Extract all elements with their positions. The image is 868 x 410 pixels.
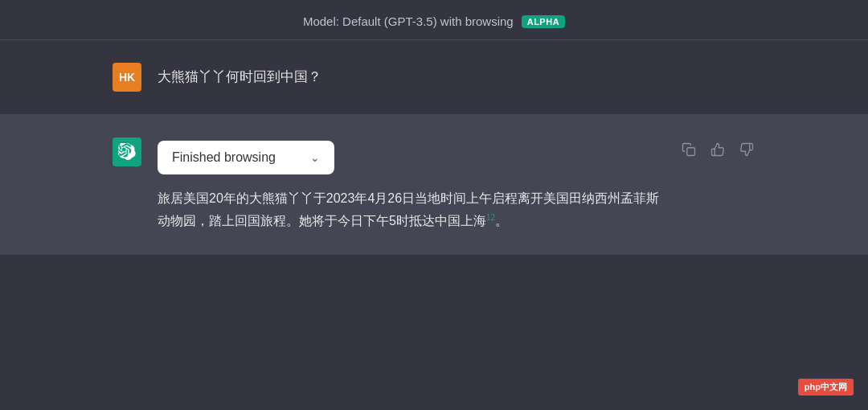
thumbs-up-button[interactable] bbox=[709, 141, 727, 158]
copy-icon bbox=[682, 142, 696, 157]
user-message-content: 大熊猫丫丫何时回到中国？ bbox=[158, 63, 755, 88]
model-label: Model: Default (GPT-3.5) with browsing bbox=[303, 14, 514, 28]
chevron-down-icon: ⌄ bbox=[310, 151, 320, 164]
chatgpt-logo-icon bbox=[118, 143, 136, 161]
thumbs-down-icon bbox=[739, 142, 754, 157]
user-message-text: 大熊猫丫丫何时回到中国？ bbox=[158, 69, 321, 84]
action-icons-group bbox=[680, 137, 755, 158]
ai-avatar bbox=[113, 137, 141, 166]
copy-button[interactable] bbox=[680, 141, 698, 158]
ai-message-content: Finished browsing ⌄ 旅居美国20年的大熊猫丫丫于2023年4… bbox=[158, 137, 664, 232]
finished-browsing-box[interactable]: Finished browsing ⌄ bbox=[158, 141, 334, 174]
user-avatar: HK bbox=[113, 63, 141, 92]
thumbs-down-button[interactable] bbox=[738, 141, 755, 158]
ai-response-text: 旅居美国20年的大熊猫丫丫于2023年4月26日当地时间上午启程离开美国田纳西州… bbox=[158, 187, 664, 232]
watermark: php中文网 bbox=[798, 379, 854, 396]
finished-browsing-label: Finished browsing bbox=[172, 150, 276, 165]
citation-superscript: 12 bbox=[486, 213, 495, 222]
alpha-badge: ALPHA bbox=[522, 15, 565, 28]
user-message-row: HK 大熊猫丫丫何时回到中国？ bbox=[0, 40, 868, 114]
header: Model: Default (GPT-3.5) with browsing A… bbox=[0, 0, 868, 39]
thumbs-up-icon bbox=[710, 142, 725, 157]
ai-message-row: Finished browsing ⌄ 旅居美国20年的大熊猫丫丫于2023年4… bbox=[0, 115, 868, 255]
svg-rect-0 bbox=[687, 148, 695, 156]
